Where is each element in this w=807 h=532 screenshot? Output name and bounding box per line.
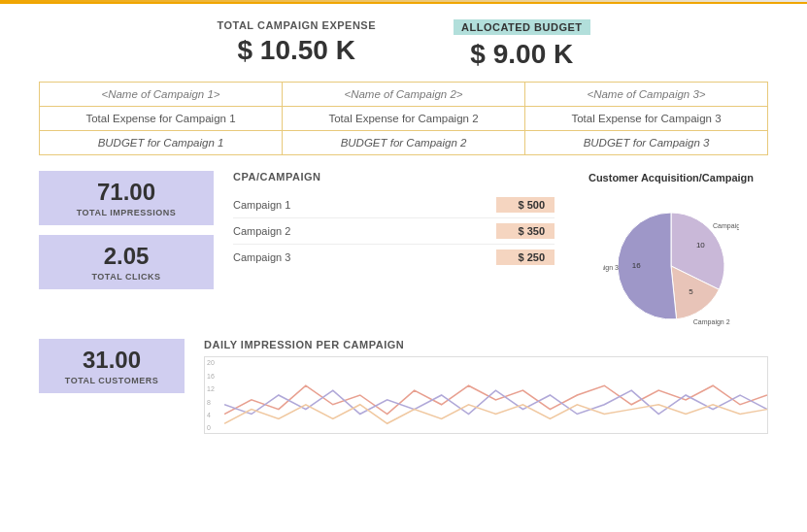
pie-label-1: 5 [689, 288, 693, 297]
cpa-value-1: $ 350 [496, 223, 555, 239]
cpa-section: CPA/CAMPAIGN Campaign 1$ 500Campaign 2$ … [214, 171, 574, 270]
impressions-box: 71.00 TOTAL IMPRESSIONS [39, 171, 214, 225]
header-metrics: TOTAL CAMPAIGN EXPENSE $ 10.50 K ALLOCAT… [0, 4, 807, 82]
customers-label: TOTAL CUSTOMERS [54, 376, 169, 385]
cpa-title: CPA/CAMPAIGN [233, 171, 555, 183]
total-expense-label: TOTAL CAMPAIGN EXPENSE [217, 19, 376, 31]
pie-section: Customer Acquisition/Campaign 10Campaign… [574, 171, 768, 329]
allocated-budget-value: $ 9.00 K [454, 39, 590, 70]
customers-value: 31.00 [54, 347, 169, 374]
table-cell-r2-c1: BUDGET for Campaign 2 [283, 131, 525, 155]
pie-label-2: 16 [632, 261, 641, 270]
clicks-label: TOTAL CLICKS [54, 272, 198, 282]
cpa-row-2: Campaign 3$ 250 [233, 245, 555, 270]
table-cell-r0-c0: <Name of Campaign 1> [40, 83, 283, 107]
table-cell-r1-c0: Total Expense for Campaign 1 [40, 107, 283, 131]
allocated-budget-label: ALLOCATED BUDGET [454, 19, 590, 35]
y-axis-label-3: 8 [207, 399, 222, 406]
chart-area: 201612840 [204, 356, 768, 434]
left-stats: 71.00 TOTAL IMPRESSIONS 2.05 TOTAL CLICK… [39, 171, 214, 289]
cpa-value-2: $ 250 [496, 249, 555, 265]
campaign-table: <Name of Campaign 1><Name of Campaign 2>… [39, 82, 768, 155]
cpa-value-0: $ 500 [496, 197, 555, 213]
cpa-name-0: Campaign 1 [233, 199, 311, 211]
customers-box: 31.00 TOTAL CUSTOMERS [39, 339, 185, 393]
pie-label-0: 10 [696, 241, 705, 249]
table-cell-r2-c0: BUDGET for Campaign 1 [40, 131, 283, 155]
cpa-row-0: Campaign 1$ 500 [233, 192, 555, 218]
table-cell-r2-c2: BUDGET for Campaign 3 [525, 131, 768, 155]
daily-title: DAILY IMPRESSION PER CAMPAIGN [204, 339, 768, 350]
cpa-name-1: Campaign 2 [233, 225, 311, 237]
chart-yaxis: 201612840 [205, 357, 224, 433]
impressions-value: 71.00 [54, 179, 198, 206]
impressions-label: TOTAL IMPRESSIONS [54, 208, 198, 217]
pie-container: 10Campaign 15Campaign 216Campaign 3 [603, 193, 739, 329]
y-axis-label-4: 4 [207, 412, 222, 418]
y-axis-label-0: 20 [207, 359, 222, 366]
table-cell-r0-c2: <Name of Campaign 3> [525, 83, 768, 107]
clicks-box: 2.05 TOTAL CLICKS [39, 235, 214, 289]
table-cell-r1-c1: Total Expense for Campaign 2 [283, 107, 525, 131]
y-axis-label-2: 12 [207, 385, 222, 392]
pie-segment-2 [618, 213, 677, 319]
bottom-section: 31.00 TOTAL CUSTOMERS DAILY IMPRESSION P… [0, 329, 807, 434]
cpa-row-1: Campaign 2$ 350 [233, 218, 555, 245]
pie-ext-label-2: Campaign 3 [603, 264, 619, 272]
total-expense-value: $ 10.50 K [217, 35, 376, 66]
pie-ext-label-0: Campaign 1 [713, 223, 739, 231]
total-expense-block: TOTAL CAMPAIGN EXPENSE $ 10.50 K [217, 19, 376, 70]
pie-title: Customer Acquisition/Campaign [574, 171, 768, 185]
allocated-budget-block: ALLOCATED BUDGET $ 9.00 K [454, 19, 590, 70]
y-axis-label-1: 16 [207, 373, 222, 380]
middle-section: 71.00 TOTAL IMPRESSIONS 2.05 TOTAL CLICK… [0, 155, 807, 329]
daily-chart-section: DAILY IMPRESSION PER CAMPAIGN 201612840 [204, 339, 768, 434]
line-chart [224, 357, 767, 433]
pie-ext-label-1: Campaign 2 [693, 318, 730, 326]
table-cell-r1-c2: Total Expense for Campaign 3 [525, 107, 768, 131]
y-axis-label-5: 0 [207, 424, 222, 431]
cpa-name-2: Campaign 3 [233, 251, 311, 263]
bottom-left: 31.00 TOTAL CUSTOMERS [39, 339, 185, 403]
table-cell-r0-c1: <Name of Campaign 2> [283, 83, 525, 107]
clicks-value: 2.05 [54, 243, 198, 270]
cpa-rows: Campaign 1$ 500Campaign 2$ 350Campaign 3… [233, 192, 555, 270]
